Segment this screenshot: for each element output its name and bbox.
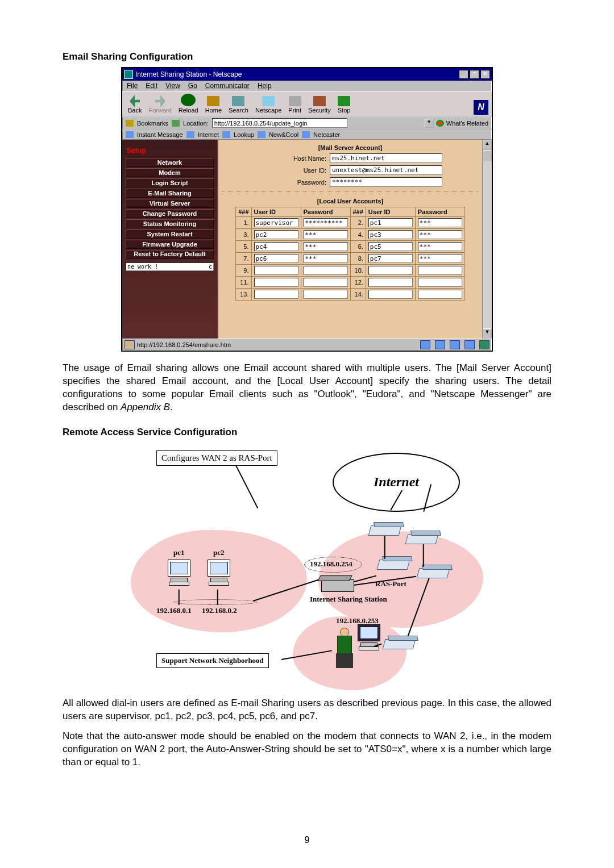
- local-pwd-input[interactable]: [304, 230, 348, 239]
- link-netcaster[interactable]: Netcaster: [313, 131, 340, 138]
- password-input[interactable]: [330, 177, 442, 187]
- link-internet[interactable]: Internet: [198, 131, 219, 138]
- modem-wan2-icon: [405, 534, 439, 544]
- col-pwd-2: Password: [415, 207, 464, 217]
- local-uid-input[interactable]: [368, 290, 413, 299]
- home-button[interactable]: Home: [203, 95, 224, 115]
- menu-view[interactable]: View: [165, 82, 180, 90]
- search-button[interactable]: Search: [226, 95, 251, 115]
- ras-modem-icon: [383, 639, 416, 649]
- local-uid-input[interactable]: [368, 278, 413, 287]
- ras-diagram: Configures WAN 2 as RAS-Port Internet pc…: [122, 446, 492, 690]
- sidebar-item-email-sharing[interactable]: E-Mail Sharing: [126, 189, 214, 198]
- minimize-button[interactable]: _: [459, 70, 468, 79]
- sidebar-item-firmware-upgrade[interactable]: Firmware Upgrade: [126, 240, 214, 249]
- local-pwd-input[interactable]: [304, 278, 348, 287]
- bookmarks-icon[interactable]: [126, 120, 134, 127]
- location-dropdown-button[interactable]: ▼: [425, 119, 434, 128]
- sidebar-item-reset-factory[interactable]: Reset to Factory Default: [126, 250, 214, 259]
- local-pwd-input[interactable]: [304, 254, 348, 263]
- status-icon-5: [479, 340, 489, 349]
- local-uid-input[interactable]: [254, 218, 298, 227]
- sidebar-item-login-script[interactable]: Login Script: [126, 178, 214, 187]
- menu-file[interactable]: File: [127, 82, 138, 90]
- address-bar: Bookmarks Location: ▼ What's Related: [122, 116, 492, 130]
- row-num: 3.: [236, 229, 251, 241]
- local-uid-input[interactable]: [254, 290, 298, 299]
- pc1-icon: [168, 560, 190, 586]
- maximize-button[interactable]: □: [470, 70, 479, 79]
- print-button[interactable]: Print: [286, 95, 304, 115]
- bookmarks-label[interactable]: Bookmarks: [137, 120, 168, 127]
- local-pwd-input[interactable]: [304, 242, 348, 251]
- menu-edit[interactable]: Edit: [146, 82, 157, 90]
- sidebar-item-change-password[interactable]: Change Password: [126, 209, 214, 218]
- local-pwd-input[interactable]: [418, 242, 462, 251]
- menu-help[interactable]: Help: [258, 82, 272, 90]
- local-pwd-input[interactable]: [418, 254, 462, 263]
- local-uid-input[interactable]: [368, 230, 413, 239]
- local-pwd-input[interactable]: [304, 290, 348, 299]
- stop-button[interactable]: Stop: [335, 95, 353, 115]
- local-pwd-input[interactable]: [418, 266, 462, 275]
- paragraph-ras-users: All allowed dial-in users are defined as…: [63, 697, 551, 723]
- sidebar-item-virtual-server[interactable]: Virtual Server: [126, 199, 214, 208]
- user-id-input[interactable]: [330, 165, 442, 175]
- link-instant-message[interactable]: Instant Message: [137, 131, 183, 138]
- menu-go[interactable]: Go: [188, 82, 197, 90]
- menu-communicator[interactable]: Communicator: [205, 82, 250, 90]
- local-pwd-input[interactable]: [304, 218, 348, 227]
- scroll-thumb[interactable]: [483, 150, 492, 161]
- table-row: 13.14.: [236, 289, 465, 301]
- local-uid-input[interactable]: [368, 266, 413, 275]
- ras-user-icon: [333, 628, 356, 670]
- sidebar-item-system-restart[interactable]: System Restart: [126, 229, 214, 239]
- vertical-scrollbar[interactable]: ▲ ▼: [482, 140, 492, 339]
- table-row: 11.12.: [236, 277, 465, 289]
- local-uid-input[interactable]: [254, 266, 298, 275]
- scroll-up-button[interactable]: ▲: [483, 140, 492, 150]
- local-uid-input[interactable]: [368, 254, 413, 263]
- local-pwd-input[interactable]: [418, 230, 462, 239]
- col-uid-1: User ID: [251, 207, 301, 217]
- lookup-icon: [222, 131, 230, 138]
- local-pwd-input[interactable]: [418, 218, 462, 227]
- location-input[interactable]: [212, 118, 347, 128]
- link-newcool[interactable]: New&Cool: [269, 131, 298, 138]
- host-name-input[interactable]: [330, 153, 442, 163]
- local-pwd-input[interactable]: [418, 278, 462, 287]
- netscape-button[interactable]: Netscape: [253, 95, 284, 115]
- links-bar: Instant Message Internet Lookup New&Cool…: [122, 130, 492, 140]
- local-uid-input[interactable]: [368, 218, 413, 227]
- link-lookup[interactable]: Lookup: [234, 131, 254, 138]
- netcaster-icon: [302, 131, 310, 138]
- back-icon: [130, 95, 140, 107]
- local-pwd-input[interactable]: [418, 290, 462, 299]
- close-button[interactable]: ×: [480, 70, 490, 79]
- titlebar: Internet Sharing Station - Netscape _ □ …: [122, 68, 492, 81]
- mail-server-title: [Mail Server Account]: [219, 144, 481, 151]
- row-num: 2.: [350, 217, 366, 229]
- pc2-icon: [208, 560, 230, 586]
- back-button[interactable]: Back: [126, 95, 144, 115]
- internet-cloud: Internet: [333, 453, 460, 512]
- local-uid-input[interactable]: [254, 278, 298, 287]
- config-wan2-box: Configures WAN 2 as RAS-Port: [156, 450, 277, 466]
- app-icon: [124, 70, 133, 79]
- sidebar-item-modem[interactable]: Modem: [126, 168, 214, 177]
- print-icon: [289, 96, 301, 106]
- sidebar-item-status-monitoring[interactable]: Status Monitoring: [126, 219, 214, 228]
- local-uid-input[interactable]: [254, 230, 298, 239]
- reload-button[interactable]: Reload: [176, 93, 201, 115]
- sidebar: Setup Network Modem Login Script E-Mail …: [122, 140, 218, 339]
- sidebar-item-network[interactable]: Network: [126, 158, 214, 167]
- table-row: 3.4.: [236, 229, 465, 241]
- security-button[interactable]: Security: [306, 95, 333, 115]
- whats-related-label[interactable]: What's Related: [446, 120, 488, 127]
- local-pwd-input[interactable]: [304, 266, 348, 275]
- scroll-down-button[interactable]: ▼: [483, 328, 492, 339]
- local-uid-input[interactable]: [254, 254, 298, 263]
- local-uid-input[interactable]: [368, 242, 413, 251]
- local-uid-input[interactable]: [254, 242, 298, 251]
- pc1-label: pc1: [173, 548, 185, 557]
